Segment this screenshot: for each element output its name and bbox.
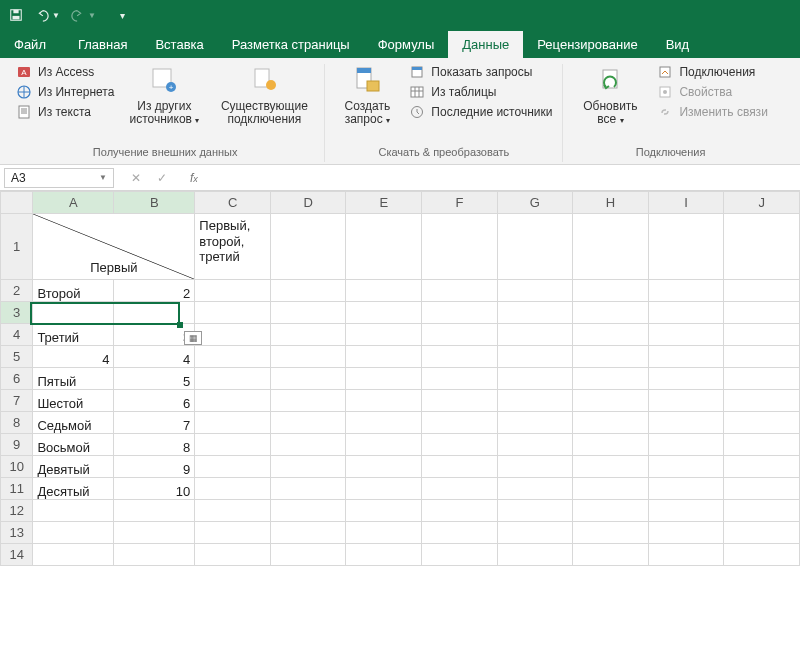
cell-B10[interactable]: 9 xyxy=(114,456,195,478)
cell[interactable] xyxy=(346,302,422,324)
cell[interactable] xyxy=(270,478,346,500)
fx-icon[interactable]: fx xyxy=(180,171,208,185)
col-header-G[interactable]: G xyxy=(497,192,573,214)
row-header[interactable]: 4 xyxy=(1,324,33,346)
cell[interactable] xyxy=(724,478,800,500)
col-header-D[interactable]: D xyxy=(270,192,346,214)
cell[interactable] xyxy=(724,412,800,434)
cell[interactable] xyxy=(573,324,649,346)
cell-A4[interactable]: Третий xyxy=(33,324,114,346)
quick-redo-button[interactable]: ▼ xyxy=(70,7,96,23)
cell-A6[interactable]: Пятый xyxy=(33,368,114,390)
col-header-E[interactable]: E xyxy=(346,192,422,214)
quick-undo-button[interactable]: ▼ xyxy=(34,7,60,23)
cell[interactable] xyxy=(724,280,800,302)
tab-page-layout[interactable]: Разметка страницы xyxy=(218,31,364,58)
cell[interactable] xyxy=(724,346,800,368)
cell[interactable] xyxy=(422,214,498,280)
cell[interactable] xyxy=(346,412,422,434)
cell[interactable] xyxy=(422,302,498,324)
cancel-formula-button[interactable]: ✕ xyxy=(128,171,144,185)
from-other-sources-button[interactable]: + Из других источников ▾ xyxy=(124,64,204,126)
cell[interactable] xyxy=(497,302,573,324)
tab-insert[interactable]: Вставка xyxy=(141,31,217,58)
from-table-button[interactable]: Из таблицы xyxy=(409,84,552,100)
cell[interactable] xyxy=(422,390,498,412)
cell[interactable] xyxy=(346,324,422,346)
cell[interactable] xyxy=(573,214,649,280)
cell[interactable] xyxy=(195,522,271,544)
row-header[interactable]: 9 xyxy=(1,434,33,456)
tab-formulas[interactable]: Формулы xyxy=(364,31,449,58)
row-header[interactable]: 7 xyxy=(1,390,33,412)
row-header[interactable]: 13 xyxy=(1,522,33,544)
cell[interactable] xyxy=(573,302,649,324)
cell[interactable] xyxy=(346,456,422,478)
cell[interactable] xyxy=(422,280,498,302)
cell[interactable] xyxy=(195,324,271,346)
edit-links-button[interactable]: Изменить связи xyxy=(657,104,767,120)
col-header-F[interactable]: F xyxy=(422,192,498,214)
cell[interactable] xyxy=(195,280,271,302)
spreadsheet-grid[interactable]: A B C D E F G H I J 1 Первый Первый, вто… xyxy=(0,191,800,566)
cell[interactable] xyxy=(573,544,649,566)
cell-A1-B1-merged[interactable]: Первый xyxy=(33,214,195,280)
col-header-C[interactable]: C xyxy=(195,192,271,214)
cell[interactable] xyxy=(33,500,114,522)
customize-qat-button[interactable]: ▾ xyxy=(120,10,125,21)
cell[interactable] xyxy=(497,456,573,478)
cell-A10[interactable]: Девятый xyxy=(33,456,114,478)
row-header[interactable]: 3 xyxy=(1,302,33,324)
cell-B5[interactable]: 4 xyxy=(114,346,195,368)
cell[interactable] xyxy=(724,434,800,456)
cell[interactable] xyxy=(497,522,573,544)
row-header[interactable]: 12 xyxy=(1,500,33,522)
cell[interactable] xyxy=(724,368,800,390)
cell[interactable] xyxy=(497,434,573,456)
cell[interactable] xyxy=(497,500,573,522)
cell[interactable] xyxy=(648,302,724,324)
cell-B6[interactable]: 5 xyxy=(114,368,195,390)
refresh-all-button[interactable]: Обновить все ▾ xyxy=(573,64,647,126)
cell[interactable] xyxy=(497,478,573,500)
cell[interactable] xyxy=(573,456,649,478)
cell[interactable] xyxy=(724,522,800,544)
cell[interactable] xyxy=(648,390,724,412)
cell-B2[interactable]: 2 xyxy=(114,280,195,302)
row-header[interactable]: 5 xyxy=(1,346,33,368)
autofill-options-button[interactable]: ▦ xyxy=(184,331,202,345)
cell[interactable] xyxy=(195,434,271,456)
cell[interactable] xyxy=(648,346,724,368)
cell[interactable] xyxy=(346,346,422,368)
connections-button[interactable]: Подключения xyxy=(657,64,767,80)
row-header[interactable]: 10 xyxy=(1,456,33,478)
cell[interactable] xyxy=(497,544,573,566)
cell[interactable] xyxy=(346,544,422,566)
cell[interactable] xyxy=(195,390,271,412)
col-header-B[interactable]: B xyxy=(114,192,195,214)
cell[interactable] xyxy=(573,368,649,390)
cell[interactable] xyxy=(195,544,271,566)
cell-C1[interactable]: Первый, второй, третий xyxy=(195,214,271,280)
cell[interactable] xyxy=(724,302,800,324)
tab-review[interactable]: Рецензирование xyxy=(523,31,651,58)
properties-button[interactable]: Свойства xyxy=(657,84,767,100)
cell[interactable] xyxy=(648,500,724,522)
cell[interactable] xyxy=(497,324,573,346)
cell[interactable] xyxy=(573,522,649,544)
cell[interactable] xyxy=(648,434,724,456)
cell-A3[interactable] xyxy=(33,302,114,324)
tab-file[interactable]: Файл xyxy=(4,31,64,58)
cell-B8[interactable]: 7 xyxy=(114,412,195,434)
cell[interactable] xyxy=(346,500,422,522)
cell-A8[interactable]: Седьмой xyxy=(33,412,114,434)
cell[interactable] xyxy=(497,280,573,302)
col-header-J[interactable]: J xyxy=(724,192,800,214)
cell[interactable] xyxy=(195,346,271,368)
cell-A7[interactable]: Шестой xyxy=(33,390,114,412)
cell[interactable] xyxy=(114,544,195,566)
cell[interactable] xyxy=(497,368,573,390)
cell[interactable] xyxy=(195,412,271,434)
cell[interactable] xyxy=(724,390,800,412)
cell[interactable] xyxy=(114,522,195,544)
